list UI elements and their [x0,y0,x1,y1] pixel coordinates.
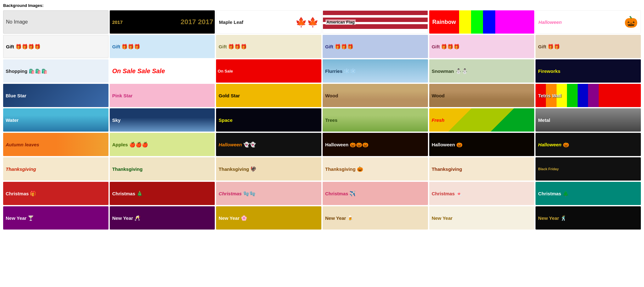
bg-option-icon: 🕺 [560,215,567,221]
bg-option-icon: 🧤🧤 [243,191,256,197]
bg-option-7-5[interactable]: Christmas 🌲 [536,182,641,205]
bg-option-label: Pink Star [112,93,133,98]
bg-option-label: Gift [219,44,227,49]
bg-option-4-4[interactable]: Fresh [429,108,535,132]
bg-option-7-4[interactable]: Christmas 🍬 [429,182,535,205]
bg-option-3-2[interactable]: Gold Star [216,84,321,107]
bg-option-icon: 🍸 [28,215,34,221]
bg-option-label: Black Friday [538,167,558,171]
bg-option-0-2[interactable]: Maple Leaf [216,10,321,34]
bg-option-label: Christmas [538,191,561,196]
bg-option-label: Maple Leaf [219,19,243,25]
bg-option-4-3[interactable]: Trees [323,108,428,132]
bg-option-label: Autumn leaves [6,142,39,147]
bg-option-3-5[interactable]: Tetris Wall [536,84,641,107]
bg-option-label: Halloween [538,19,562,25]
bg-option-1-2[interactable]: Gift 🎁🎁🎁 [216,35,321,58]
bg-option-4-5[interactable]: Metal [536,108,641,132]
bg-option-3-4[interactable]: Wood [429,84,535,107]
bg-option-4-0[interactable]: Water [3,108,108,132]
bg-option-2-4[interactable]: Snowman ⛄⛄ [429,59,535,83]
bg-option-label: Fresh [432,117,445,123]
bg-option-2-2[interactable]: On Sale [216,59,321,83]
background-grid: No Image2017Maple LeafAmerican FlagRainb… [3,10,641,230]
bg-option-label: On Sale [216,69,234,73]
bg-option-5-2[interactable]: Halloween 👻👻 [216,133,321,156]
bg-option-label: Wood [325,93,338,98]
bg-option-label: Sky [112,117,121,123]
bg-option-1-5[interactable]: Gift 🎁🎁 [536,35,641,58]
bg-option-0-4[interactable]: Rainbow [429,10,535,34]
bg-option-label: Thanksgiving [219,166,249,172]
bg-option-7-1[interactable]: Christmas 🎄 [110,182,215,205]
bg-option-0-3[interactable]: American Flag [323,10,428,34]
bg-option-5-1[interactable]: Apples 🍎🍎🍎 [110,133,215,156]
bg-option-6-3[interactable]: Thanksgiving 🎃 [323,157,428,181]
bg-option-label: Christmas [112,191,135,196]
bg-option-label: Wood [432,93,445,98]
bg-option-6-2[interactable]: Thanksgiving 🦃 [216,157,321,181]
bg-option-label: New Year [538,215,559,221]
bg-option-label: Halloween [538,142,561,147]
bg-option-icon: 🎁🎁🎁 [121,44,140,50]
bg-option-3-3[interactable]: Wood [323,84,428,107]
bg-option-8-4[interactable]: New Year [429,206,535,230]
bg-option-label: Apples [112,142,128,147]
bg-option-2-3[interactable]: Flurries ❄️❄️ [323,59,428,83]
bg-option-1-4[interactable]: Gift 🎁🎁🎁 [429,35,535,58]
bg-option-label: Tetris Wall [538,93,561,98]
bg-option-icon: 🍺 [347,215,353,221]
bg-option-7-0[interactable]: Christmas 🎁 [3,182,108,205]
bg-option-icon: 🎁🎁🎁 [441,44,460,50]
bg-option-label: Christmas [325,191,348,196]
bg-option-8-1[interactable]: New Year 🥂 [110,206,215,230]
bg-option-5-3[interactable]: Halloween 🎃🎃🎃 [323,133,428,156]
bg-option-label: Christmas [432,191,455,196]
bg-option-8-2[interactable]: New Year 🌸 [216,206,321,230]
bg-option-icon: 🎁🎁🎁 [228,44,247,50]
bg-option-2-1[interactable]: On Sale Sale Sale [110,59,215,83]
bg-option-icon: 🎃 [357,166,363,172]
bg-option-1-0[interactable]: Gift 🎁🎁🎁🎁 [3,35,108,58]
bg-option-8-3[interactable]: New Year 🍺 [323,206,428,230]
bg-option-7-2[interactable]: Christmas 🧤🧤 [216,182,321,205]
bg-option-1-1[interactable]: Gift 🎁🎁🎁 [110,35,215,58]
bg-option-icon: ⛄⛄ [455,68,468,74]
bg-option-label: Gift [432,44,440,49]
bg-option-3-1[interactable]: Pink Star [110,84,215,107]
bg-option-icon: 🎃 [563,142,569,148]
bg-option-5-5[interactable]: Halloween 🎃 [536,133,641,156]
bg-option-icon: 🌲 [563,191,569,197]
bg-option-label: American Flag [325,19,356,25]
bg-option-0-0[interactable]: No Image [3,10,108,34]
bg-option-icon: 🦃 [250,166,257,172]
bg-option-label: Thanksgiving [325,166,356,172]
bg-option-0-5[interactable]: Halloween [536,10,641,34]
bg-option-label: Metal [538,117,550,123]
bg-option-2-0[interactable]: Shopping 🛍️🛍️🛍️ [3,59,108,83]
bg-option-0-1[interactable]: 2017 [110,10,215,34]
bg-option-label: Gift [112,44,120,49]
bg-option-6-1[interactable]: Thanksgiving [110,157,215,181]
bg-option-6-0[interactable]: Thanksgiving [3,157,108,181]
bg-option-7-3[interactable]: Christmas ✈️ [323,182,428,205]
bg-option-icon: 🎁 [30,191,36,197]
bg-option-8-0[interactable]: New Year 🍸 [3,206,108,230]
bg-option-4-1[interactable]: Sky [110,108,215,132]
bg-option-label: Christmas [219,191,242,196]
bg-option-label: Halloween [432,142,455,147]
bg-option-4-2[interactable]: Space [216,108,321,132]
bg-option-label: Christmas [6,191,29,196]
bg-option-label: Gift [6,44,14,49]
bg-option-label: New Year [6,215,26,221]
bg-option-3-0[interactable]: Blue Star [3,84,108,107]
bg-option-icon: 🎄 [136,191,143,197]
bg-option-6-5[interactable]: Black Friday [536,157,641,181]
bg-option-8-5[interactable]: New Year 🕺 [536,206,641,230]
bg-option-5-4[interactable]: Halloween 🎃 [429,133,535,156]
bg-option-6-4[interactable]: Thanksgiving [429,157,535,181]
bg-option-label: Flurries [325,68,342,74]
bg-option-2-5[interactable]: Fireworks [536,59,641,83]
bg-option-1-3[interactable]: Gift 🎁🎁🎁 [323,35,428,58]
bg-option-5-0[interactable]: Autumn leaves [3,133,108,156]
